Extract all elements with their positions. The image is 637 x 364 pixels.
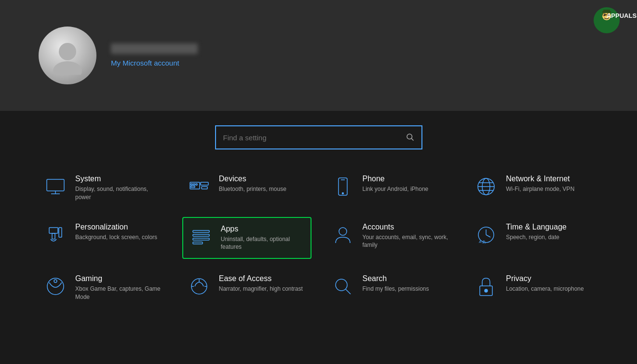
setting-item-privacy[interactable]: Privacy Location, camera, microphone	[469, 269, 598, 307]
svg-point-45	[54, 280, 57, 283]
lock-icon	[475, 275, 497, 299]
search-icon	[406, 133, 414, 141]
svg-rect-23	[202, 187, 207, 189]
setting-item-phone[interactable]: Phone Link your Android, iPhone	[326, 169, 455, 207]
setting-text-accounts: Accounts Your accounts, email, sync, wor…	[363, 223, 449, 250]
svg-rect-33	[52, 233, 55, 239]
xbox-icon	[44, 275, 67, 299]
main-content: System Display, sound, notifications, po…	[0, 111, 637, 317]
svg-rect-35	[193, 230, 209, 232]
setting-text-devices: Devices Bluetooth, printers, mouse	[219, 175, 286, 193]
svg-rect-20	[193, 184, 195, 185]
setting-desc-gaming: Xbox Game Bar, captures, Game Mode	[75, 285, 162, 301]
brush-icon	[44, 224, 67, 248]
search-container	[39, 125, 598, 149]
svg-point-12	[407, 134, 412, 139]
search-input[interactable]	[223, 134, 406, 142]
keyboard-icon	[188, 175, 210, 200]
setting-title-phone: Phone	[363, 175, 429, 183]
avatar	[39, 27, 96, 84]
setting-desc-apps: Uninstall, defaults, optional features	[221, 235, 304, 252]
setting-desc-personalization: Background, lock screen, colors	[75, 233, 157, 242]
phone-icon	[332, 175, 354, 200]
svg-point-53	[485, 289, 488, 292]
svg-text:A あ: A あ	[479, 240, 486, 244]
setting-text-search: Search Find my files, permissions	[363, 274, 429, 293]
setting-title-accounts: Accounts	[363, 223, 449, 231]
apps-icon	[190, 226, 212, 250]
svg-rect-37	[193, 238, 209, 240]
svg-point-50	[336, 279, 347, 291]
svg-line-13	[411, 138, 413, 140]
svg-rect-36	[193, 234, 209, 236]
monitor-icon	[44, 175, 67, 200]
svg-point-0	[59, 43, 76, 60]
setting-item-personalization[interactable]: Personalization Background, lock screen,…	[39, 217, 168, 259]
setting-title-system: System	[75, 175, 162, 183]
setting-item-gaming[interactable]: Gaming Xbox Game Bar, captures, Game Mod…	[39, 269, 168, 307]
setting-title-search: Search	[363, 274, 429, 283]
settings-grid: System Display, sound, notifications, po…	[39, 169, 598, 307]
svg-rect-19	[191, 184, 192, 185]
microsoft-account-link[interactable]: My Microsoft account	[111, 59, 179, 67]
svg-rect-14	[47, 179, 64, 191]
globe-icon	[475, 175, 497, 200]
setting-title-personalization: Personalization	[75, 223, 157, 231]
setting-item-accounts[interactable]: Accounts Your accounts, email, sync, wor…	[326, 217, 455, 259]
setting-desc-privacy: Location, camera, microphone	[506, 285, 583, 293]
setting-item-time[interactable]: A あ Time & Language Speech, region, date	[469, 217, 598, 259]
svg-point-39	[339, 228, 347, 235]
svg-point-44	[47, 278, 64, 295]
profile-header: My Microsoft account APPUALS	[0, 0, 637, 111]
setting-desc-time: Speech, region, date	[506, 233, 567, 242]
setting-item-system[interactable]: System Display, sound, notifications, po…	[39, 169, 168, 207]
setting-title-network: Network & Internet	[506, 175, 574, 183]
setting-desc-accounts: Your accounts, email, sync, work, family	[363, 233, 449, 250]
svg-point-1	[53, 61, 82, 75]
setting-desc-search: Find my files, permissions	[363, 285, 429, 293]
setting-text-system: System Display, sound, notifications, po…	[75, 175, 162, 202]
clock-icon: A あ	[475, 224, 497, 248]
svg-text:APPUALS: APPUALS	[607, 12, 637, 19]
setting-title-time: Time & Language	[506, 223, 567, 231]
setting-item-devices[interactable]: Devices Bluetooth, printers, mouse	[182, 169, 312, 207]
svg-rect-17	[190, 182, 200, 189]
profile-info: My Microsoft account	[111, 43, 198, 67]
svg-line-42	[486, 235, 490, 237]
search-box	[215, 125, 422, 149]
svg-rect-32	[49, 228, 58, 233]
search-icon	[332, 275, 354, 299]
user-icon	[332, 224, 354, 248]
setting-desc-devices: Bluetooth, printers, mouse	[219, 185, 286, 193]
setting-title-gaming: Gaming	[75, 274, 162, 283]
setting-text-phone: Phone Link your Android, iPhone	[363, 175, 429, 193]
setting-text-network: Network & Internet Wi-Fi, airplane mode,…	[506, 175, 574, 193]
svg-rect-22	[191, 186, 195, 188]
setting-desc-ease: Narrator, magnifier, high contrast	[219, 285, 303, 293]
profile-name-blurred	[111, 43, 198, 54]
search-button[interactable]	[406, 133, 414, 143]
setting-item-network[interactable]: Network & Internet Wi-Fi, airplane mode,…	[469, 169, 598, 207]
ease-icon	[188, 275, 210, 299]
setting-item-ease[interactable]: Ease of Access Narrator, magnifier, high…	[182, 269, 312, 307]
appuals-logo: APPUALS	[594, 7, 627, 41]
setting-text-apps: Apps Uninstall, defaults, optional featu…	[221, 225, 304, 252]
setting-text-time: Time & Language Speech, region, date	[506, 223, 567, 242]
svg-point-26	[342, 193, 343, 194]
setting-text-ease: Ease of Access Narrator, magnifier, high…	[219, 274, 303, 293]
setting-item-apps[interactable]: Apps Uninstall, defaults, optional featu…	[182, 217, 312, 259]
setting-text-privacy: Privacy Location, camera, microphone	[506, 274, 583, 293]
svg-line-51	[346, 289, 351, 294]
svg-rect-34	[59, 228, 62, 237]
svg-rect-38	[193, 242, 203, 244]
setting-text-personalization: Personalization Background, lock screen,…	[75, 223, 157, 242]
setting-desc-network: Wi-Fi, airplane mode, VPN	[506, 185, 574, 193]
setting-desc-system: Display, sound, notifications, power	[75, 185, 162, 202]
setting-desc-phone: Link your Android, iPhone	[363, 185, 429, 193]
setting-title-apps: Apps	[221, 225, 304, 233]
setting-title-ease: Ease of Access	[219, 274, 303, 283]
setting-title-privacy: Privacy	[506, 274, 583, 283]
setting-item-search[interactable]: Search Find my files, permissions	[326, 269, 455, 307]
setting-text-gaming: Gaming Xbox Game Bar, captures, Game Mod…	[75, 274, 162, 301]
svg-rect-18	[201, 182, 208, 185]
